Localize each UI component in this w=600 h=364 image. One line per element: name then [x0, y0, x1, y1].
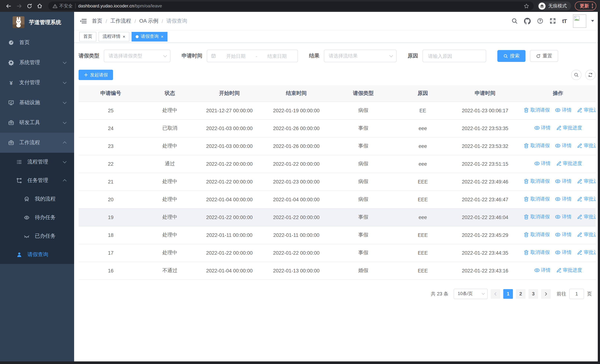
end-date-input[interactable] [260, 53, 294, 59]
progress-action-link[interactable]: 审批进度 [577, 214, 596, 220]
detail-action-link[interactable]: 详情 [555, 142, 572, 149]
sidebar-item-system-management[interactable]: 系统管理 [0, 53, 74, 73]
sidebar-item-home[interactable]: 首页 [0, 33, 74, 53]
result-select[interactable]: 请选择流结果 [324, 50, 396, 62]
detail-action-link[interactable]: 详情 [555, 107, 572, 113]
sidebar-collapse-button[interactable] [80, 18, 87, 24]
detail-action-link[interactable]: 详情 [534, 267, 551, 274]
progress-action-link[interactable]: 审批进度 [577, 142, 596, 149]
progress-action-link[interactable]: 审批进度 [577, 178, 596, 185]
browser-home-button[interactable] [35, 1, 45, 11]
goto-page-input[interactable] [569, 289, 584, 299]
pen-icon [577, 178, 582, 184]
sidebar-item-infrastructure[interactable]: 基础设施 [0, 93, 74, 113]
show-search-button[interactable] [571, 70, 581, 80]
detail-action-link[interactable]: 详情 [534, 160, 551, 167]
sidebar-item-task-management[interactable]: 任务管理 [0, 171, 74, 190]
progress-action-link[interactable]: 审批进度 [577, 249, 596, 256]
sidebar-item-workflow[interactable]: 工作流程 [0, 133, 74, 153]
help-button[interactable] [537, 18, 543, 24]
cell-end: 2022-01-22 00:00:00 [262, 155, 331, 173]
cell-id: 18 [79, 226, 143, 244]
close-icon[interactable]: × [161, 34, 163, 39]
avatar[interactable] [573, 14, 586, 28]
cell-end: 2022-01-19 00:00:00 [262, 102, 331, 119]
cancel-action-link[interactable]: 取消请假 [523, 249, 550, 256]
reason-input[interactable] [427, 53, 481, 59]
progress-action-link[interactable]: 审批进度 [577, 107, 596, 113]
start-date-input[interactable] [219, 53, 253, 59]
header-search-button[interactable] [511, 18, 518, 24]
breadcrumb-item[interactable]: 首页 [92, 18, 102, 24]
leave-type-label: 请假类型 [79, 53, 99, 59]
sidebar-item-process-management[interactable]: 流程管理 [0, 153, 74, 171]
sidebar-item-dev-tools[interactable]: 研发工具 [0, 113, 74, 133]
browser-update-button[interactable]: 更新 [575, 1, 596, 10]
cancel-action-link[interactable]: 取消请假 [523, 196, 550, 202]
cell-applied: 2022-01-22 23:51:15 [450, 155, 520, 173]
action-label: 详情 [562, 107, 572, 113]
close-icon[interactable]: × [123, 34, 125, 39]
cell-actions: 取消请假详情审批进度 [520, 244, 596, 262]
tag-view-tab[interactable]: 请假查询× [131, 32, 168, 41]
cancel-action-link[interactable]: 取消请假 [523, 107, 550, 113]
sidebar-item-todo-tasks[interactable]: 待办任务 [0, 208, 74, 227]
page-button-3[interactable]: 3 [528, 289, 538, 299]
cancel-action-link[interactable]: 取消请假 [523, 231, 550, 238]
font-size-button[interactable]: tT [562, 18, 567, 24]
pen-icon [577, 232, 582, 238]
sidebar-item-my-process[interactable]: 我的流程 [0, 190, 74, 208]
tag-view-tab[interactable]: 流程详情× [99, 32, 129, 41]
sidebar-item-done-tasks[interactable]: 已办任务 [0, 227, 74, 245]
tag-view-tab[interactable]: 首页 [79, 32, 96, 41]
cancel-action-link[interactable]: 取消请假 [523, 178, 550, 185]
bookmark-star-button[interactable] [524, 3, 529, 9]
leave-type-select[interactable]: 请选择请假类型 [104, 50, 170, 62]
avatar-caret-icon[interactable] [591, 20, 594, 22]
fullscreen-button[interactable] [550, 18, 556, 24]
cancel-action-link[interactable]: 取消请假 [523, 214, 550, 220]
detail-action-link[interactable]: 详情 [555, 196, 572, 202]
reset-button[interactable]: 重置 [530, 50, 558, 62]
cell-status: 处理中 [143, 173, 197, 191]
progress-action-link[interactable]: 审批进度 [556, 160, 582, 167]
sidebar-item-leave-query[interactable]: 请假查询 [0, 245, 74, 264]
browser-menu-icon[interactable] [592, 4, 593, 8]
detail-action-link[interactable]: 详情 [555, 178, 572, 185]
address-bar[interactable]: 不安全 dashboard.yudao.iocoder.cn/bpm/oa/le… [48, 1, 534, 10]
progress-action-link[interactable]: 审批进度 [556, 267, 582, 274]
breadcrumb-item[interactable]: 工作流程 [111, 18, 131, 24]
breadcrumb-separator: / [102, 18, 111, 24]
cell-start: 2022-01-22 00:00:00 [197, 155, 262, 173]
detail-action-link[interactable]: 详情 [534, 125, 551, 131]
page-button-1[interactable]: 1 [503, 289, 513, 299]
cell-id: 24 [79, 119, 143, 137]
github-link[interactable] [524, 18, 531, 24]
tag-views-bar: 首页流程详情×请假查询× [74, 30, 600, 43]
create-leave-button[interactable]: 发起请假 [79, 70, 113, 80]
action-label: 取消请假 [530, 107, 550, 113]
browser-reload-button[interactable] [24, 1, 34, 11]
sidebar-item-payment-management[interactable]: ¥支付管理 [0, 73, 74, 93]
progress-action-link[interactable]: 审批进度 [577, 196, 596, 202]
progress-action-link[interactable]: 审批进度 [577, 231, 596, 238]
browser-forward-button[interactable] [14, 1, 24, 11]
action-label: 详情 [562, 249, 572, 256]
page-button-2[interactable]: 2 [516, 289, 525, 299]
detail-action-link[interactable]: 详情 [555, 214, 572, 220]
refresh-table-button[interactable] [585, 70, 596, 80]
prev-page-button[interactable] [491, 289, 500, 299]
progress-action-link[interactable]: 审批进度 [556, 125, 582, 131]
page-size-select[interactable]: 10条/页 [454, 289, 488, 299]
search-button[interactable]: 搜索 [497, 50, 525, 62]
next-page-button[interactable] [541, 289, 551, 299]
security-status[interactable]: 不安全 [53, 3, 73, 9]
detail-action-link[interactable]: 详情 [555, 249, 572, 256]
cell-start: 2022-01-22 00:00:00 [197, 173, 262, 191]
cell-end: 2022-01-13 00:00:00 [262, 262, 331, 280]
cancel-action-link[interactable]: 取消请假 [523, 142, 550, 149]
date-range-picker[interactable]: - [207, 50, 298, 62]
detail-action-link[interactable]: 详情 [555, 231, 572, 238]
browser-back-button[interactable] [4, 1, 13, 11]
breadcrumb-item[interactable]: OA 示例 [139, 18, 159, 24]
